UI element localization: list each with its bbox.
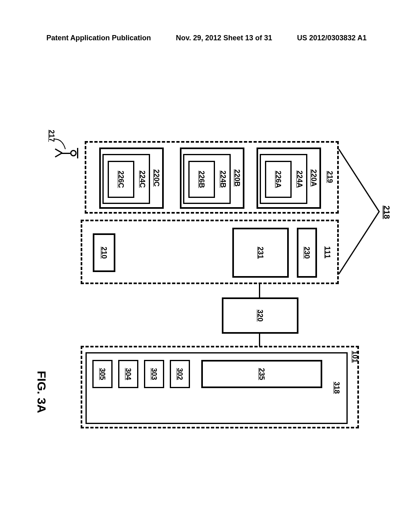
box-224A: 224A 226A (260, 154, 307, 204)
box-230: 230 (297, 228, 317, 278)
box-303: 303 (144, 360, 164, 388)
box-305: 305 (92, 360, 113, 388)
figure-3a-diagram: FIG. 3A 218 219 220A 224A 226A 220B 224B… (28, 149, 391, 423)
ref-226C: 226C (117, 170, 125, 188)
ref-303: 303 (150, 368, 159, 380)
ref-220A: 220A (309, 169, 318, 187)
box-220B: 220B 224B 226B (180, 148, 244, 209)
figure-label: FIG. 3A (35, 371, 48, 413)
box-231: 231 (232, 228, 289, 278)
ref-217: 217 (47, 130, 56, 142)
box-224C: 224C 226C (102, 154, 150, 204)
box-320: 320 (222, 297, 298, 334)
ref-304: 304 (124, 368, 133, 380)
ref-305: 305 (98, 368, 107, 380)
ref-318: 318 (332, 382, 341, 394)
ref-111: 111 (323, 246, 332, 258)
ref-226A: 226A (274, 170, 283, 188)
ref-226B: 226B (198, 170, 206, 188)
ref-101: 101 (350, 351, 359, 363)
ref-320: 320 (256, 310, 265, 322)
callout-218-tail (335, 141, 383, 286)
connector-320-101 (259, 334, 260, 347)
box-219: 219 220A 224A 226A 220B 224B 226B 220C (85, 141, 339, 214)
ref-219: 219 (325, 171, 334, 183)
box-304: 304 (118, 360, 138, 388)
box-235: 235 (201, 360, 322, 388)
page-header: Patent Application Publication Nov. 29, … (46, 34, 367, 42)
ref-230: 230 (303, 247, 311, 259)
box-224B: 224B 226B (183, 154, 231, 204)
connector-111-320 (259, 284, 260, 298)
ref-224B: 224B (219, 170, 227, 188)
ref-224C: 224C (138, 170, 146, 188)
box-101: 101 318 235 302 303 304 305 (81, 346, 359, 428)
box-220C: 220C 224C 226C (99, 148, 164, 209)
header-right: US 2012/0303832 A1 (297, 34, 367, 42)
box-226B: 226B (188, 161, 215, 198)
ref-235: 235 (258, 368, 266, 380)
ref-302: 302 (176, 368, 184, 380)
box-210: 210 (93, 233, 115, 272)
ref-220B: 220B (233, 169, 241, 187)
ref-220C: 220C (152, 169, 161, 187)
ref-218: 218 (382, 206, 391, 219)
box-220A: 220A 224A 226A (257, 148, 321, 209)
ref-231: 231 (257, 247, 265, 259)
box-302: 302 (170, 360, 190, 388)
box-226C: 226C (108, 161, 134, 198)
header-left: Patent Application Publication (46, 34, 151, 42)
ref-210: 210 (100, 247, 108, 259)
header-center: Nov. 29, 2012 Sheet 13 of 31 (176, 34, 272, 42)
box-226A: 226A (265, 161, 292, 198)
box-111: 111 230 231 210 (81, 220, 339, 284)
ref-224A: 224A (295, 170, 304, 188)
box-318: 318 235 302 303 304 305 (86, 352, 348, 424)
